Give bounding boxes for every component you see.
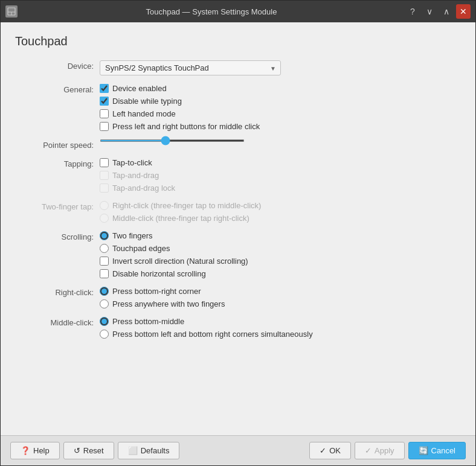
help-label: Help: [33, 446, 50, 455]
disable-horizontal-checkbox[interactable]: [100, 269, 109, 278]
disable-typing-checkbox[interactable]: [100, 97, 109, 106]
scrolling-check-0: Invert scroll direction (Natural scrolli…: [100, 257, 461, 266]
content-area: Touchpad Device: SynPS/2 Synaptics Touch…: [1, 22, 475, 435]
device-enabled-checkbox[interactable]: [100, 84, 109, 93]
pointer-speed-controls: [100, 139, 461, 142]
general-option-2: Left handed mode: [100, 109, 461, 118]
tap-and-drag-checkbox[interactable]: [100, 171, 109, 180]
middle-click-row: Middle-click: Press bottom-middle Press …: [15, 317, 461, 339]
middle-click-lr-label: Press left and right buttons for middle …: [112, 122, 260, 131]
scrolling-radio-1: Touchpad edges: [100, 244, 461, 253]
right-click-three-label: Right-click (three-finger tap to middle-…: [112, 201, 261, 210]
help-button[interactable]: ❓ Help: [10, 442, 60, 459]
device-select[interactable]: SynPS/2 Synaptics TouchPad: [100, 60, 281, 75]
device-enabled-label: Device enabled: [112, 84, 167, 93]
scrolling-controls: Two fingers Touchpad edges Invert scroll…: [100, 231, 461, 278]
titlebar-controls: ? ∨ ∧ ✕: [405, 4, 471, 19]
form-section: Device: SynPS/2 Synaptics TouchPad Gener…: [15, 60, 461, 339]
tapping-option-1: Tap-and-drag: [100, 171, 461, 180]
press-anywhere-two-label: Press anywhere with two fingers: [112, 299, 225, 308]
press-bottom-middle-radio[interactable]: [100, 317, 109, 326]
general-row: General: Device enabled Disable while ty…: [15, 84, 461, 131]
device-controls: SynPS/2 Synaptics TouchPad: [100, 60, 461, 75]
window: Touchpad — System Settings Module ? ∨ ∧ …: [0, 0, 476, 466]
ok-label: OK: [329, 446, 341, 455]
left-handed-label: Left handed mode: [112, 109, 176, 118]
tap-to-click-checkbox[interactable]: [100, 158, 109, 167]
titlebar-center: Touchpad — System Settings Module: [18, 7, 405, 16]
page-title: Touchpad: [15, 34, 461, 48]
reset-button[interactable]: ↺ Reset: [63, 442, 114, 459]
pointer-speed-slider[interactable]: [100, 139, 245, 142]
press-bottom-right-label: Press bottom-right corner: [112, 287, 201, 296]
press-bottom-middle-label: Press bottom-middle: [112, 317, 184, 326]
two-finger-tap-option-1: Middle-click (three-finger tap right-cli…: [100, 214, 461, 223]
device-label: Device:: [15, 60, 94, 71]
scrolling-label: Scrolling:: [15, 231, 94, 241]
middle-click-lr-checkbox[interactable]: [100, 122, 109, 131]
tap-drag-lock-label: Tap-and-drag lock: [112, 184, 175, 193]
titlebar-title: Touchpad — System Settings Module: [146, 7, 277, 16]
cancel-button[interactable]: 🔄 Cancel: [408, 442, 466, 459]
right-click-row: Right-click: Press bottom-right corner P…: [15, 287, 461, 308]
two-fingers-label: Two fingers: [112, 231, 152, 240]
device-select-wrapper: SynPS/2 Synaptics TouchPad: [100, 60, 281, 75]
minimize-button[interactable]: ∨: [422, 4, 437, 19]
scrolling-check-1: Disable horizontal scrolling: [100, 269, 461, 278]
close-button[interactable]: ✕: [456, 4, 471, 19]
right-click-three-radio[interactable]: [100, 201, 109, 210]
disable-typing-label: Disable while typing: [112, 97, 182, 106]
tapping-option-0: Tap-to-click: [100, 158, 461, 167]
press-anywhere-two-radio[interactable]: [100, 299, 109, 308]
two-fingers-radio[interactable]: [100, 231, 109, 240]
defaults-button[interactable]: ⬜ Defaults: [118, 442, 180, 459]
middle-click-option-0: Press bottom-middle: [100, 317, 461, 326]
right-click-option-0: Press bottom-right corner: [100, 287, 461, 296]
press-bottom-both-label: Press bottom left and bottom right corne…: [112, 330, 313, 339]
press-bottom-both-radio[interactable]: [100, 330, 109, 339]
scrolling-row: Scrolling: Two fingers Touchpad edges In…: [15, 231, 461, 278]
two-finger-tap-option-0: Right-click (three-finger tap to middle-…: [100, 201, 461, 210]
pointer-speed-label: Pointer speed:: [15, 139, 94, 150]
general-option-3: Press left and right buttons for middle …: [100, 122, 461, 131]
maximize-button[interactable]: ∧: [439, 4, 454, 19]
apply-label: Apply: [375, 446, 394, 455]
tap-drag-lock-checkbox[interactable]: [100, 184, 109, 193]
touchpad-edges-label: Touchpad edges: [112, 244, 170, 253]
scrolling-radio-0: Two fingers: [100, 231, 461, 240]
left-handed-checkbox[interactable]: [100, 109, 109, 118]
general-label: General:: [15, 84, 94, 94]
invert-scroll-checkbox[interactable]: [100, 257, 109, 266]
general-option-0: Device enabled: [100, 84, 461, 93]
footer: ❓ Help ↺ Reset ⬜ Defaults ✓ OK ✓ Apply �: [1, 435, 475, 465]
ok-icon: ✓: [320, 446, 326, 455]
apply-button[interactable]: ✓ Apply: [355, 442, 405, 459]
press-bottom-right-radio[interactable]: [100, 287, 109, 296]
middle-click-three-radio[interactable]: [100, 214, 109, 223]
footer-right: ✓ OK ✓ Apply 🔄 Cancel: [309, 442, 466, 459]
slider-container: [100, 139, 245, 142]
ok-button[interactable]: ✓ OK: [309, 442, 351, 459]
device-row: Device: SynPS/2 Synaptics TouchPad: [15, 60, 461, 75]
middle-click-controls: Press bottom-middle Press bottom left an…: [100, 317, 461, 339]
touchpad-edges-radio[interactable]: [100, 244, 109, 253]
general-option-1: Disable while typing: [100, 97, 461, 106]
help-icon: ❓: [21, 446, 30, 455]
tap-to-click-label: Tap-to-click: [112, 158, 152, 167]
cancel-icon: 🔄: [419, 446, 428, 455]
middle-click-label: Middle-click:: [15, 317, 94, 327]
help-button[interactable]: ?: [405, 4, 420, 19]
defaults-label: Defaults: [141, 446, 170, 455]
general-controls: Device enabled Disable while typing Left…: [100, 84, 461, 131]
right-click-controls: Press bottom-right corner Press anywhere…: [100, 287, 461, 308]
tapping-controls: Tap-to-click Tap-and-drag Tap-and-drag l…: [100, 158, 461, 193]
right-click-option-1: Press anywhere with two fingers: [100, 299, 461, 308]
two-finger-tap-row: Two-finger tap: Right-click (three-finge…: [15, 201, 461, 223]
reset-icon: ↺: [74, 446, 80, 455]
tapping-row: Tapping: Tap-to-click Tap-and-drag Tap-a…: [15, 158, 461, 193]
tap-and-drag-label: Tap-and-drag: [112, 171, 159, 180]
defaults-icon: ⬜: [128, 446, 138, 455]
two-finger-tap-label: Two-finger tap:: [15, 201, 94, 211]
titlebar-left: [5, 5, 18, 18]
footer-left: ❓ Help ↺ Reset ⬜ Defaults: [10, 442, 179, 459]
